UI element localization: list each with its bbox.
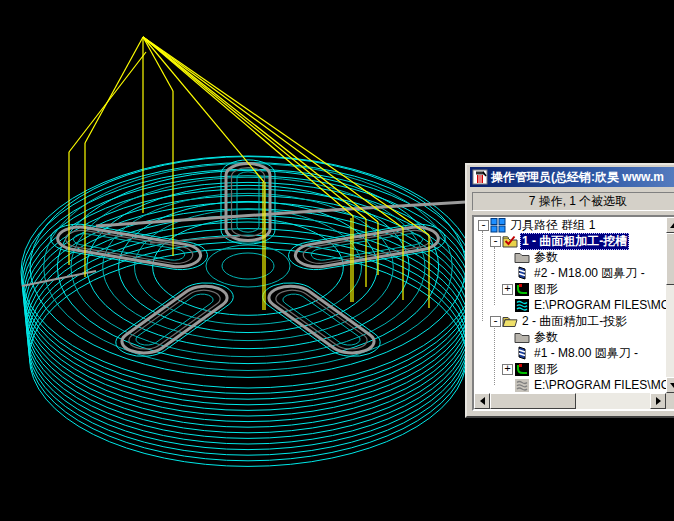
window-titlebar[interactable]: 操作管理员(总经销:欣昊 www.m [470,167,674,187]
tree-item-5[interactable]: +图形 [474,281,666,297]
scrollbar-corner [666,393,674,409]
expander-slot: + [501,364,514,375]
collapse-minus-icon[interactable]: - [490,316,501,327]
tree-item-9[interactable]: #1 - M8.00 圆鼻刀 - [474,345,666,361]
horizontal-scroll-thumb[interactable] [490,393,576,409]
nc-file-gray-icon [514,377,532,393]
tree-item-label[interactable]: 图形 [532,281,560,298]
scroll-up-button[interactable] [666,217,674,233]
tree-item-7[interactable]: -2 - 曲面精加工-投影 [474,313,666,329]
expander-slot: + [501,284,514,295]
expander-slot: - [477,220,490,231]
tree-item-2[interactable]: -1 - 曲面粗加工-挖槽 [474,233,666,249]
scroll-down-button[interactable] [666,377,674,393]
collapse-minus-icon[interactable]: - [478,220,489,231]
folder-gray-icon [514,249,532,265]
tree-item-3[interactable]: 参数 [474,249,666,265]
folder-open-icon [502,313,520,329]
tree-item-label[interactable]: 图形 [532,361,560,378]
tool-flag-icon [514,265,532,281]
tree-item-label[interactable]: E:\PROGRAM FILES\MC [532,378,666,392]
geometry-icon [514,361,532,377]
tree-item-label[interactable]: #2 - M18.00 圆鼻刀 - [532,265,647,282]
tree-item-8[interactable]: 参数 [474,329,666,345]
tool-flag-icon [514,345,532,361]
tree-item-label[interactable]: 参数 [532,329,560,346]
tree-vertical-scrollbar[interactable] [666,217,674,393]
scroll-right-icon [656,397,665,405]
tree-item-label[interactable]: E:\PROGRAM FILES\MC [532,298,666,312]
vertical-scroll-thumb[interactable] [666,233,674,285]
tree-item-label[interactable]: 2 - 曲面精加工-投影 [520,313,629,330]
geometry-icon [514,281,532,297]
operations-status: 7 操作, 1 个被选取 [472,192,674,211]
toolpath-group-icon [490,217,508,233]
scroll-left-button[interactable] [474,393,490,409]
tree-item-label[interactable]: 1 - 曲面粗加工-挖槽 [520,233,629,250]
folder-checked-icon [502,233,520,249]
tree-item-6[interactable]: E:\PROGRAM FILES\MC [474,297,666,313]
toolpath-face-rings [30,157,466,378]
scroll-left-icon [476,397,485,405]
tree-item-label[interactable]: 刀具路径 群组 1 [508,217,597,234]
scroll-right-button[interactable] [650,393,666,409]
tree-item-label[interactable]: #1 - M8.00 圆鼻刀 - [532,345,640,362]
operations-tree-panel: -刀具路径 群组 1-1 - 曲面粗加工-挖槽参数#2 - M18.00 圆鼻刀… [472,215,674,411]
tree-item-11[interactable]: E:\PROGRAM FILES\MC [474,377,666,393]
tree-item-label[interactable]: 参数 [532,249,560,266]
scroll-down-icon [670,383,674,392]
tree-item-4[interactable]: #2 - M18.00 圆鼻刀 - [474,265,666,281]
expand-plus-icon[interactable]: + [502,284,513,295]
expander-slot: - [489,316,502,327]
expander-slot: - [489,236,502,247]
folder-gray-icon [514,329,532,345]
tree-horizontal-scrollbar[interactable] [474,393,666,409]
slot-pockets [44,160,453,362]
toolpath-rim-rings [21,156,475,466]
scroll-up-icon [670,219,674,228]
expand-plus-icon[interactable]: + [502,364,513,375]
operations-manager-window: 操作管理员(总经销:欣昊 www.m 7 操作, 1 个被选取 -刀具路径 群组… [465,163,674,418]
operations-tree: -刀具路径 群组 1-1 - 曲面粗加工-挖槽参数#2 - M18.00 圆鼻刀… [474,217,666,393]
tree-item-10[interactable]: +图形 [474,361,666,377]
window-title: 操作管理员(总经销:欣昊 www.m [491,169,664,186]
collapse-minus-icon[interactable]: - [490,236,501,247]
tree-item-1[interactable]: -刀具路径 群组 1 [474,217,666,233]
nc-file-icon [514,297,532,313]
operations-manager-icon [472,169,488,185]
